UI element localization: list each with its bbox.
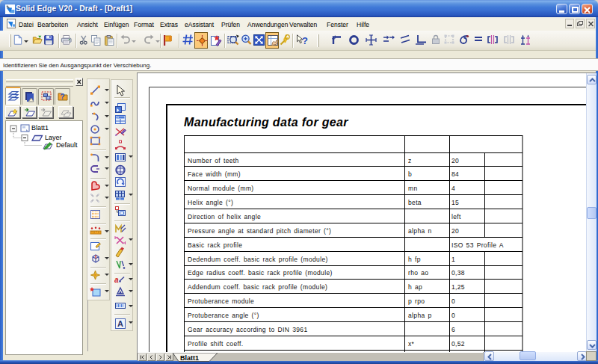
svg-text:rho ao: rho ao — [408, 269, 428, 277]
svg-text:Addendum coeff. basic rack pro: Addendum coeff. basic rack profile (modu… — [188, 283, 327, 291]
svg-text:z: z — [408, 157, 412, 164]
svg-text:0: 0 — [451, 312, 455, 319]
svg-text:?: ? — [61, 93, 65, 101]
svg-text:A: A — [117, 319, 123, 328]
svg-text:Normal module (mm): Normal module (mm) — [188, 185, 254, 192]
svg-text:0,38: 0,38 — [451, 269, 465, 277]
svg-text:20: 20 — [451, 157, 459, 164]
svg-text:Basic rack profile: Basic rack profile — [188, 241, 242, 249]
svg-text:left: left — [451, 213, 461, 220]
svg-text:mn: mn — [408, 185, 418, 192]
svg-text:Protuberance angle (°): Protuberance angle (°) — [188, 312, 259, 319]
svg-text:20: 20 — [451, 227, 459, 235]
svg-text:84: 84 — [451, 170, 459, 178]
svg-text:Helix angle (°): Helix angle (°) — [188, 199, 233, 206]
svg-text:0: 0 — [451, 297, 455, 305]
svg-text:a: a — [114, 276, 119, 284]
svg-text:15: 15 — [451, 199, 459, 206]
svg-text:Gear accuracy according to DIN: Gear accuracy according to DIN 3961 — [188, 326, 307, 333]
svg-text:beta: beta — [408, 199, 422, 206]
svg-text:6: 6 — [451, 326, 455, 333]
svg-text:Pressure angle at standard pit: Pressure angle at standard pitch diamete… — [188, 227, 331, 235]
svg-text:Face width (mm): Face width (mm) — [188, 170, 241, 178]
svg-text:p rpo: p rpo — [408, 297, 425, 305]
svg-text:x*: x* — [408, 340, 415, 348]
svg-text:ISO 53 Profile A: ISO 53 Profile A — [451, 241, 504, 249]
svg-text:alpha p: alpha p — [408, 312, 432, 319]
svg-text:Manufacturing data for gear: Manufacturing data for gear — [184, 116, 348, 129]
svg-text:1: 1 — [451, 256, 455, 263]
svg-text:4: 4 — [451, 185, 455, 192]
svg-text:Dedendum coeff. basic rack pro: Dedendum coeff. basic rack profile (modu… — [188, 256, 328, 263]
svg-text:h ap: h ap — [408, 283, 422, 291]
svg-text:alpha n: alpha n — [408, 227, 432, 235]
svg-text:Direction of helix angle: Direction of helix angle — [188, 213, 261, 220]
svg-text:Profile shift coeff.: Profile shift coeff. — [188, 340, 243, 348]
svg-text:0,52: 0,52 — [451, 340, 465, 348]
svg-text:h fp: h fp — [408, 256, 421, 263]
svg-text:1,25: 1,25 — [451, 283, 465, 291]
svg-text:Edge radius coeff. basic rack: Edge radius coeff. basic rack profile (m… — [188, 269, 333, 277]
svg-text:?: ? — [302, 35, 308, 46]
svg-text:Number of teeth: Number of teeth — [188, 157, 239, 164]
svg-text:b: b — [408, 170, 412, 178]
svg-text:Protuberance module: Protuberance module — [188, 297, 254, 305]
